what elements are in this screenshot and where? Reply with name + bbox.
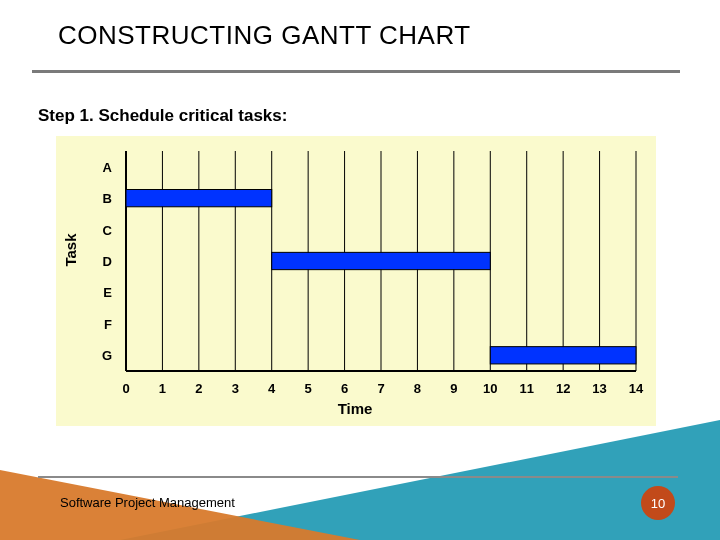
svg-text:G: G <box>102 348 112 363</box>
svg-text:8: 8 <box>414 381 421 396</box>
svg-text:3: 3 <box>232 381 239 396</box>
svg-text:1: 1 <box>159 381 166 396</box>
x-axis-label: Time <box>338 400 373 417</box>
svg-text:4: 4 <box>268 381 276 396</box>
gantt-bar-D <box>272 252 491 269</box>
svg-text:13: 13 <box>592 381 606 396</box>
svg-text:E: E <box>103 285 112 300</box>
svg-text:11: 11 <box>519 381 533 396</box>
svg-text:A: A <box>103 160 113 175</box>
svg-text:C: C <box>103 223 113 238</box>
title-underline <box>32 70 680 73</box>
page-number: 10 <box>651 496 665 511</box>
slide-title: CONSTRUCTING GANTT CHART <box>58 20 471 51</box>
svg-text:12: 12 <box>556 381 570 396</box>
gantt-bar-G <box>490 347 636 364</box>
gantt-bar-B <box>126 190 272 207</box>
gantt-svg: 01234567891011121314ABCDEFG <box>56 136 656 426</box>
svg-text:14: 14 <box>629 381 644 396</box>
footer-rule <box>38 476 678 478</box>
svg-text:5: 5 <box>305 381 312 396</box>
svg-text:6: 6 <box>341 381 348 396</box>
svg-text:10: 10 <box>483 381 497 396</box>
footer-text: Software Project Management <box>60 495 235 510</box>
svg-text:7: 7 <box>377 381 384 396</box>
svg-text:B: B <box>103 191 112 206</box>
y-axis-label: Task <box>62 233 79 266</box>
teal-triangle <box>120 420 720 540</box>
step-heading: Step 1. Schedule critical tasks: <box>38 106 287 126</box>
svg-text:F: F <box>104 317 112 332</box>
gantt-chart: 01234567891011121314ABCDEFG <box>56 136 656 426</box>
page-number-badge: 10 <box>641 486 675 520</box>
svg-text:9: 9 <box>450 381 457 396</box>
svg-text:2: 2 <box>195 381 202 396</box>
svg-text:D: D <box>103 254 112 269</box>
svg-text:0: 0 <box>122 381 129 396</box>
slide: CONSTRUCTING GANTT CHART Step 1. Schedul… <box>0 0 720 540</box>
